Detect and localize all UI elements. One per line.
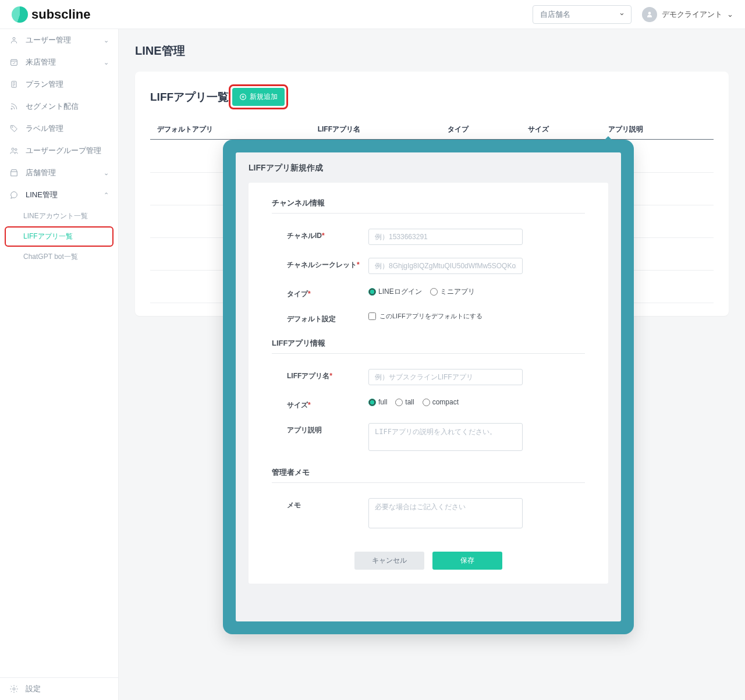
channel-id-input[interactable]: [368, 229, 523, 245]
user-name: デモクライアント: [662, 9, 722, 20]
add-button-highlight: 新規追加: [229, 84, 288, 109]
rss-icon: [9, 102, 19, 111]
section-admin-memo: 管理者メモ: [272, 467, 585, 483]
brand-logo[interactable]: subscline: [12, 6, 90, 23]
col-desc: アプリ説明: [601, 120, 714, 140]
header: subscline 自店舗名 デモクライアント ⌄: [0, 0, 745, 29]
add-new-button[interactable]: 新規追加: [232, 88, 285, 106]
sidebar-item-visits[interactable]: 来店管理 ⌄: [0, 51, 118, 73]
store-select-value: 自店舗名: [540, 10, 570, 19]
row-channel-id: チャネルID*: [272, 224, 585, 253]
svg-point-4: [12, 127, 13, 127]
avatar-icon: [642, 7, 657, 22]
store-select[interactable]: 自店舗名: [533, 5, 632, 24]
sidebar-item-label: プラン管理: [26, 79, 63, 90]
col-type: タイプ: [441, 120, 521, 140]
sidebar-item-plans[interactable]: プラン管理: [0, 73, 118, 95]
sidebar-item-label: ユーザー管理: [26, 35, 71, 45]
create-liff-callout: LIFFアプリ新規作成 チャンネル情報 チャネルID* チャネルシークレット* …: [223, 140, 634, 634]
user-menu[interactable]: デモクライアント ⌄: [642, 7, 733, 22]
app-desc-textarea[interactable]: [368, 423, 523, 451]
sidebar-item-label: セグメント配信: [26, 101, 79, 112]
section-channel-info: チャンネル情報: [272, 198, 585, 214]
plus-circle-icon: [239, 93, 247, 101]
sidebar-item-label: LINE管理: [26, 190, 58, 200]
col-appname: LIFFアプリ名: [311, 120, 441, 140]
default-checkbox[interactable]: [368, 312, 376, 320]
chevron-up-icon: ⌃: [104, 191, 109, 199]
svg-point-0: [13, 37, 15, 40]
sidebar-item-segment[interactable]: セグメント配信: [0, 95, 118, 118]
sidebar-item-line[interactable]: LINE管理 ⌃: [0, 184, 118, 206]
tag-icon: [9, 124, 19, 133]
card-title: LIFFアプリ一覧: [150, 90, 229, 105]
sidebar-item-label[interactable]: ラベル管理: [0, 118, 118, 140]
app-name-input[interactable]: [368, 369, 523, 385]
modal-panel: チャンネル情報 チャネルID* チャネルシークレット* タイプ* LINEログイ…: [249, 183, 608, 584]
sidebar-item-label: 来店管理: [26, 57, 56, 67]
size-tall-radio[interactable]: tall: [395, 398, 414, 406]
row-size: サイズ* full tall compact: [272, 393, 585, 418]
logo-mark-icon: [12, 6, 28, 23]
sidebar-item-stores[interactable]: 店舗管理 ⌄: [0, 162, 118, 184]
row-default: デフォルト設定 このLIFFアプリをデフォルトにする: [272, 307, 585, 332]
size-compact-radio[interactable]: compact: [423, 398, 459, 406]
svg-point-3: [11, 108, 12, 109]
create-liff-modal: LIFFアプリ新規作成 チャンネル情報 チャネルID* チャネルシークレット* …: [236, 152, 621, 621]
chevron-down-icon: ⌄: [104, 37, 109, 44]
section-liff-info: LIFFアプリ情報: [272, 338, 585, 354]
calendar-check-icon: [9, 58, 19, 67]
store-icon: [9, 168, 19, 177]
svg-point-6: [15, 148, 17, 150]
row-channel-secret: チャネルシークレット*: [272, 253, 585, 282]
chevron-down-icon: ⌄: [104, 169, 109, 177]
row-desc: アプリ説明: [272, 418, 585, 461]
svg-point-5: [12, 148, 14, 150]
svg-rect-1: [11, 59, 17, 65]
clipboard-icon: [9, 80, 19, 89]
cancel-button[interactable]: キャンセル: [354, 552, 424, 570]
row-type: タイプ* LINEログイン ミニアプリ: [272, 282, 585, 307]
sidebar-item-users[interactable]: ユーザー管理 ⌄: [0, 29, 118, 51]
sidebar-item-label: 店舗管理: [26, 168, 56, 178]
gear-icon: [9, 684, 19, 694]
svg-point-7: [13, 688, 15, 690]
sidebar-item-label: ユーザーグループ管理: [26, 145, 101, 156]
chat-icon: [9, 190, 19, 200]
row-app-name: LIFFアプリ名*: [272, 364, 585, 393]
sidebar-sub-chatgpt-bot[interactable]: ChatGPT bot一覧: [0, 247, 118, 267]
channel-secret-input[interactable]: [368, 258, 523, 274]
chevron-down-icon: ⌄: [104, 59, 109, 66]
sidebar-sub-liff-apps[interactable]: LIFFアプリ一覧: [5, 226, 113, 247]
type-mini-radio[interactable]: ミニアプリ: [430, 287, 475, 297]
sidebar-sub-line-accounts[interactable]: LINEアカウント一覧: [0, 206, 118, 226]
user-icon: [9, 35, 19, 45]
sidebar-item-label: ラベル管理: [26, 123, 63, 134]
sidebar-item-label: 設定: [26, 684, 41, 694]
col-size: サイズ: [521, 120, 601, 140]
sidebar-item-groups[interactable]: ユーザーグループ管理: [0, 140, 118, 162]
brand-text: subscline: [31, 7, 90, 22]
page-title: LINE管理: [135, 43, 729, 59]
row-memo: メモ: [272, 493, 585, 539]
save-button[interactable]: 保存: [432, 552, 502, 570]
chevron-down-icon: ⌄: [727, 10, 733, 19]
sidebar-item-settings[interactable]: 設定: [0, 678, 118, 700]
memo-textarea[interactable]: [368, 498, 523, 528]
modal-title: LIFFアプリ新規作成: [249, 163, 608, 173]
type-login-radio[interactable]: LINEログイン: [368, 287, 422, 297]
users-icon: [9, 146, 19, 155]
size-full-radio[interactable]: full: [368, 398, 387, 406]
col-default: デフォルトアプリ: [150, 120, 311, 140]
sidebar: ユーザー管理 ⌄ 来店管理 ⌄ プラン管理 セグメント配信 ラベル管理: [0, 29, 119, 700]
